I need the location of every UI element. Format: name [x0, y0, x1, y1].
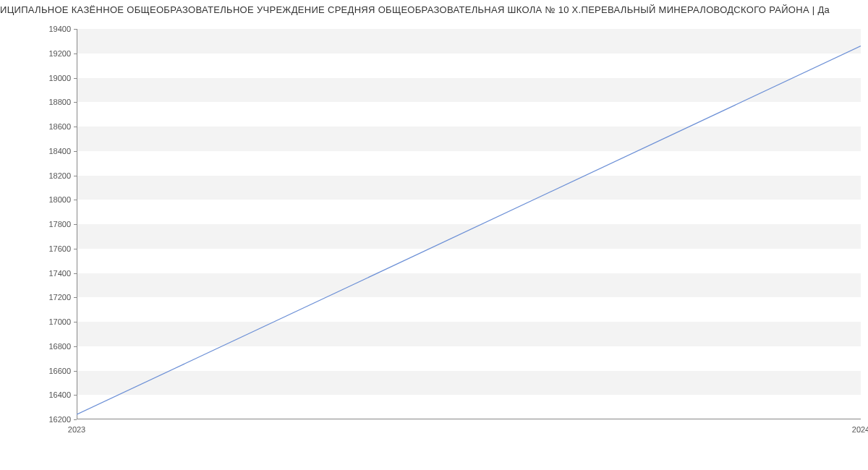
- y-tick-label: 17000: [42, 317, 71, 326]
- y-tick: [74, 346, 77, 347]
- y-tick: [74, 371, 77, 372]
- y-tick: [74, 322, 77, 322]
- chart-container: 1620016400166001680017000172001740017600…: [43, 29, 861, 434]
- grid-band: [77, 273, 861, 298]
- y-tick-label: 18800: [42, 98, 71, 106]
- y-tick-label: 18200: [42, 171, 71, 180]
- grid-band: [77, 78, 861, 103]
- y-tick: [74, 127, 77, 127]
- grid-band: [77, 127, 861, 151]
- y-tick-label: 16400: [42, 390, 71, 399]
- y-tick-label: 16800: [42, 342, 71, 351]
- grid-band: [77, 371, 861, 396]
- grid-band: [77, 176, 861, 200]
- grid-band: [77, 322, 861, 346]
- y-tick: [74, 176, 77, 176]
- y-tick-label: 16200: [42, 415, 71, 424]
- y-tick: [74, 297, 77, 298]
- y-tick: [74, 54, 77, 54]
- x-tick-label: 2023: [68, 425, 85, 434]
- y-tick-label: 17800: [42, 220, 71, 228]
- grid-band: [77, 224, 861, 249]
- y-tick: [74, 273, 77, 274]
- y-tick-label: 19400: [42, 25, 71, 33]
- grid-band: [77, 29, 861, 54]
- y-tick-label: 18600: [42, 122, 71, 131]
- y-tick-label: 17400: [42, 269, 71, 278]
- x-tick-label: 2024: [852, 425, 868, 434]
- y-tick: [74, 200, 77, 200]
- y-tick-label: 17200: [42, 293, 71, 302]
- y-tick-label: 18000: [42, 195, 71, 204]
- y-tick: [74, 78, 77, 79]
- y-tick-label: 17600: [42, 244, 71, 253]
- y-tick: [74, 249, 77, 249]
- y-tick-label: 16600: [42, 367, 71, 375]
- y-tick-label: 18400: [42, 147, 71, 155]
- y-tick: [74, 395, 77, 396]
- chart-title: ИЦИПАЛЬНОЕ КАЗЁННОЕ ОБЩЕОБРАЗОВАТЕЛЬНОЕ …: [0, 4, 868, 15]
- y-tick-label: 19000: [42, 74, 71, 82]
- y-tick: [74, 419, 77, 420]
- y-tick: [74, 29, 77, 30]
- y-tick: [74, 102, 77, 103]
- y-tick-label: 19200: [42, 49, 71, 58]
- y-tick: [74, 151, 77, 152]
- y-tick: [74, 224, 77, 225]
- plot-area: [77, 29, 861, 419]
